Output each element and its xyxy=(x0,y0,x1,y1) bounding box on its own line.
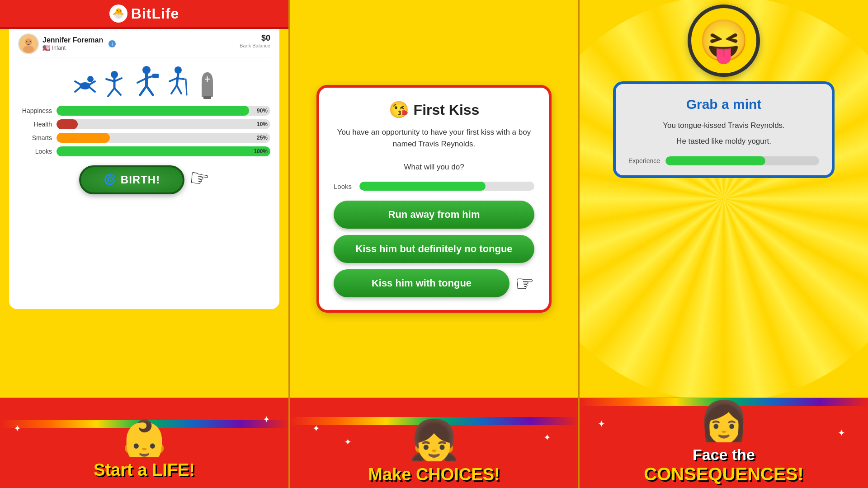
result-card: Grab a mint You tongue-kissed Travis Rey… xyxy=(613,81,835,178)
choice-kiss-no-tongue[interactable]: Kiss him but definitely no tongue xyxy=(334,235,534,263)
panel2-bottom: 👧 Make CHOICES! ✦ ✦ ✦ xyxy=(290,398,578,488)
stat-row-health: Health 10% xyxy=(18,119,270,129)
looks-row-label: Looks xyxy=(334,183,354,190)
bar-value-health: 10% xyxy=(257,121,268,127)
svg-line-27 xyxy=(177,78,184,79)
svg-line-7 xyxy=(75,87,80,92)
avatar xyxy=(18,33,39,54)
cursor-hand-choice: ☞ xyxy=(515,271,534,296)
svg-line-26 xyxy=(170,78,177,81)
panel1-caption: Start a LIFE! xyxy=(0,457,288,483)
player-name-block: Jennifer Foreman 🇺🇸 Infant xyxy=(42,36,103,52)
caption-text-3: Face the xyxy=(580,446,868,464)
sparkle-1: ✦ xyxy=(14,423,21,434)
bar-value-happiness: 90% xyxy=(257,108,268,114)
sparkle-2: ✦ xyxy=(263,414,270,425)
stat-label-health: Health xyxy=(18,121,52,128)
svg-line-8 xyxy=(90,87,95,92)
choice-kiss-tongue[interactable]: Kiss him with tongue xyxy=(334,269,509,297)
choices-card: 😘 First Kiss You have an opportunity to … xyxy=(316,85,552,313)
svg-line-9 xyxy=(75,81,80,84)
experience-row: Experience xyxy=(628,156,819,165)
exp-bar-fill xyxy=(665,156,765,165)
result-title: Grab a mint xyxy=(628,97,819,112)
panel3-bottom: 👩 Face the CONSEQUENCES! ✦ ✦ xyxy=(580,398,868,488)
caption-text-2: Make xyxy=(368,465,416,484)
woman-face-emoji: 👩 xyxy=(698,402,749,442)
exp-bar-bg xyxy=(665,156,819,165)
bank-block: $0 Bank Balance xyxy=(240,33,270,48)
sparkle-5: ✦ xyxy=(344,436,352,447)
bar-fill-health xyxy=(57,119,78,129)
life-stage-baby xyxy=(71,75,96,99)
panel2-inner: 😘 First Kiss You have an opportunity to … xyxy=(290,0,578,488)
panel1-bottom: 👶 Start a LIFE! ✦ ✦ xyxy=(0,398,288,488)
svg-rect-32 xyxy=(203,96,211,99)
svg-point-4 xyxy=(30,41,31,42)
result-description: You tongue-kissed Travis Reynolds. He ta… xyxy=(628,119,819,147)
svg-point-5 xyxy=(87,76,94,82)
birth-button[interactable]: 🌀 BIRTH! xyxy=(79,165,184,194)
choices-question: What will you do? xyxy=(404,163,464,171)
bar-bg-smarts: 25% xyxy=(57,133,270,143)
logo-icon: 🐣 xyxy=(109,5,127,23)
panel-start-life: 🐣 BitLife Jennifer Forem xyxy=(0,0,288,488)
player-header: Jennifer Foreman 🇺🇸 Infant i $0 Bank Bal… xyxy=(18,33,270,57)
sperm-icon: 🌀 xyxy=(104,174,116,186)
cursor-hand-birth: ☞ xyxy=(187,164,212,196)
bar-value-looks: 100% xyxy=(254,148,268,155)
caption-highlight-2: CHOICES! xyxy=(416,465,500,484)
result-card-wrapper: Grab a mint You tongue-kissed Travis Rey… xyxy=(580,77,868,183)
stat-row-looks: Looks 100% xyxy=(18,146,270,156)
choices-card-wrapper: 😘 First Kiss You have an opportunity to … xyxy=(290,0,578,398)
svg-line-28 xyxy=(186,79,187,95)
player-info: Jennifer Foreman 🇺🇸 Infant i xyxy=(18,33,116,54)
caption-highlight-3: CONSEQUENCES! xyxy=(580,464,868,484)
choices-desc-text: You have an opportunity to have your fir… xyxy=(337,128,531,148)
svg-rect-31 xyxy=(202,83,213,97)
panel3-content: 😝 Grab a mint You tongue-kissed Travis R… xyxy=(580,0,868,488)
baby-face-emoji: 👶 xyxy=(119,421,170,461)
bank-label: Bank Balance xyxy=(240,43,270,48)
sparkle-6: ✦ xyxy=(598,418,605,429)
choice-run-away[interactable]: Run away from him xyxy=(334,201,534,229)
logo-text: BitLife xyxy=(131,5,179,22)
looks-row: Looks xyxy=(334,182,534,191)
svg-line-15 xyxy=(108,88,114,96)
info-icon[interactable]: i xyxy=(108,40,116,47)
life-stage-adult xyxy=(132,66,161,99)
looks-bar-fill xyxy=(359,182,486,191)
bitlife-logo: 🐣 BitLife xyxy=(0,5,288,23)
panel-choices: 😘 First Kiss You have an opportunity to … xyxy=(288,0,580,488)
bar-fill-happiness xyxy=(57,106,249,116)
svg-line-16 xyxy=(114,88,121,95)
stats-section: Happiness 90% Health 10% Smarts 25% xyxy=(18,106,270,156)
birth-btn-container: 🌀 BIRTH! ☞ xyxy=(18,165,270,194)
panel2-caption: Make CHOICES! xyxy=(290,461,578,488)
bar-bg-looks: 100% xyxy=(57,146,270,156)
svg-rect-21 xyxy=(152,74,159,78)
life-stage-child xyxy=(102,70,127,99)
first-kiss-emoji: 😘 xyxy=(389,100,409,119)
big-emoji-container: 😝 xyxy=(580,0,868,77)
stat-row-smarts: Smarts 25% xyxy=(18,133,270,143)
panel-consequences: 😝 Grab a mint You tongue-kissed Travis R… xyxy=(580,0,868,488)
stage-label: Infant xyxy=(52,45,66,51)
bar-bg-happiness: 90% xyxy=(57,106,270,116)
life-stage-elder xyxy=(167,66,192,99)
top-bar: 🐣 BitLife xyxy=(0,0,288,29)
bar-value-smarts: 25% xyxy=(257,135,268,141)
svg-point-6 xyxy=(80,82,90,89)
player-name: Jennifer Foreman xyxy=(42,36,103,44)
stat-row-happiness: Happiness 90% xyxy=(18,106,270,116)
caption-text-1: Start a xyxy=(94,460,152,479)
looks-bar-bg xyxy=(359,182,534,191)
choices-description: You have an opportunity to have your fir… xyxy=(334,127,534,173)
flag-icon: 🇺🇸 xyxy=(42,44,50,52)
svg-line-22 xyxy=(140,86,146,95)
panel3-caption: Face the CONSEQUENCES! xyxy=(580,442,868,488)
svg-line-25 xyxy=(177,74,178,85)
choice-tongue-row: Kiss him with tongue ☞ xyxy=(334,269,534,297)
bar-fill-looks xyxy=(57,146,270,156)
exp-label: Experience xyxy=(628,157,660,164)
